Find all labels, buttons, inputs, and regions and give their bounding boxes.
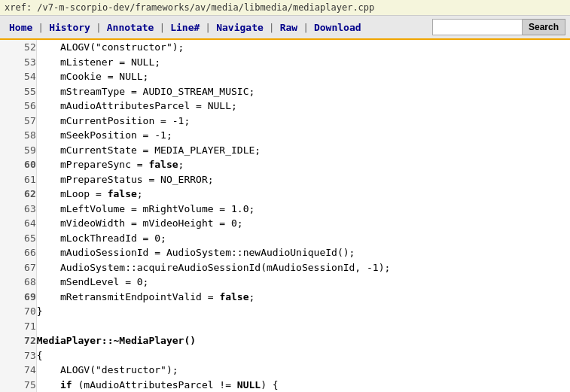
code-table: 52 ALOGV("constructor");53 mListener = N…: [0, 40, 570, 392]
line-code: ALOGV("constructor");: [36, 40, 570, 55]
line-code: AudioSystem::acquireAudioSessionId(mAudi…: [36, 260, 570, 275]
line-number: 65: [0, 231, 36, 246]
table-row: 58 mSeekPosition = -1;: [0, 128, 570, 143]
table-row: 65 mLockThreadId = 0;: [0, 231, 570, 246]
line-number: 54: [0, 69, 36, 84]
line-code: }: [36, 304, 570, 319]
table-row: 66 mAudioSessionId = AudioSystem::newAud…: [0, 245, 570, 260]
line-number: 71: [0, 319, 36, 334]
table-row: 62 mLoop = false;: [0, 187, 570, 202]
line-code: mPrepareStatus = NO_ERROR;: [36, 172, 570, 187]
line-code: ALOGV("destructor");: [36, 363, 570, 378]
line-number: 56: [0, 99, 36, 114]
line-number: 60: [0, 157, 36, 172]
table-row: 54 mCookie = NULL;: [0, 69, 570, 84]
table-row: 55 mStreamType = AUDIO_STREAM_MUSIC;: [0, 84, 570, 99]
line-number: 61: [0, 172, 36, 187]
line-code: mCurrentPosition = -1;: [36, 114, 570, 129]
line-code: mRetransmitEndpointValid = false;: [36, 290, 570, 305]
line-code: mPrepareSync = false;: [36, 157, 570, 172]
line-number: 52: [0, 40, 36, 55]
line-number: 72: [0, 333, 36, 348]
nav-download[interactable]: Download: [309, 20, 366, 35]
line-number: 74: [0, 363, 36, 378]
line-number: 55: [0, 84, 36, 99]
table-row: 72MediaPlayer::~MediaPlayer(): [0, 333, 570, 348]
line-code: MediaPlayer::~MediaPlayer(): [36, 333, 570, 348]
line-number: 58: [0, 128, 36, 143]
table-row: 73{: [0, 348, 570, 363]
table-row: 61 mPrepareStatus = NO_ERROR;: [0, 172, 570, 187]
table-row: 74 ALOGV("destructor");: [0, 363, 570, 378]
search-button[interactable]: Search: [523, 19, 565, 35]
line-number: 64: [0, 216, 36, 231]
line-code: mCookie = NULL;: [36, 69, 570, 84]
line-code: mSeekPosition = -1;: [36, 128, 570, 143]
search-input[interactable]: [432, 19, 523, 35]
line-number: 68: [0, 275, 36, 290]
line-number: 75: [0, 378, 36, 393]
nav-home[interactable]: Home: [5, 20, 37, 35]
line-code: {: [36, 348, 570, 363]
line-number: 70: [0, 304, 36, 319]
line-number: 57: [0, 114, 36, 129]
table-row: 70}: [0, 304, 570, 319]
table-row: 52 ALOGV("constructor");: [0, 40, 570, 55]
line-number: 53: [0, 55, 36, 70]
table-row: 68 mSendLevel = 0;: [0, 275, 570, 290]
nav-history[interactable]: History: [44, 20, 95, 35]
line-code: if (mAudioAttributesParcel != NULL) {: [36, 378, 570, 393]
line-code: mSendLevel = 0;: [36, 275, 570, 290]
line-code: [36, 319, 570, 334]
line-number: 67: [0, 260, 36, 275]
table-row: 69 mRetransmitEndpointValid = false;: [0, 290, 570, 305]
line-code: mListener = NULL;: [36, 55, 570, 70]
code-area: 52 ALOGV("constructor");53 mListener = N…: [0, 40, 570, 392]
nav-lineno[interactable]: Line#: [166, 20, 204, 35]
line-code: mLoop = false;: [36, 187, 570, 202]
table-row: 59 mCurrentState = MEDIA_PLAYER_IDLE;: [0, 143, 570, 158]
line-code: mLeftVolume = mRightVolume = 1.0;: [36, 202, 570, 217]
line-code: mVideoWidth = mVideoHeight = 0;: [36, 216, 570, 231]
line-number: 59: [0, 143, 36, 158]
table-row: 67 AudioSystem::acquireAudioSessionId(mA…: [0, 260, 570, 275]
line-number: 66: [0, 245, 36, 260]
line-code: mStreamType = AUDIO_STREAM_MUSIC;: [36, 84, 570, 99]
table-row: 53 mListener = NULL;: [0, 55, 570, 70]
table-row: 63 mLeftVolume = mRightVolume = 1.0;: [0, 202, 570, 217]
line-code: mLockThreadId = 0;: [36, 231, 570, 246]
line-number: 62: [0, 187, 36, 202]
table-row: 56 mAudioAttributesParcel = NULL;: [0, 99, 570, 114]
table-row: 57 mCurrentPosition = -1;: [0, 114, 570, 129]
breadcrumb: xref: /v7-m-scorpio-dev/frameworks/av/me…: [0, 0, 570, 16]
nav-annotate[interactable]: Annotate: [102, 20, 159, 35]
table-row: 71: [0, 319, 570, 334]
table-row: 75 if (mAudioAttributesParcel != NULL) {: [0, 378, 570, 393]
line-code: mAudioSessionId = AudioSystem::newAudioU…: [36, 245, 570, 260]
nav-raw[interactable]: Raw: [276, 20, 302, 35]
line-number: 73: [0, 348, 36, 363]
line-code: mAudioAttributesParcel = NULL;: [36, 99, 570, 114]
line-number: 63: [0, 202, 36, 217]
line-code: mCurrentState = MEDIA_PLAYER_IDLE;: [36, 143, 570, 158]
line-number: 69: [0, 290, 36, 305]
table-row: 60 mPrepareSync = false;: [0, 157, 570, 172]
table-row: 64 mVideoWidth = mVideoHeight = 0;: [0, 216, 570, 231]
nav-bar: Home | History | Annotate | Line# | Navi…: [0, 16, 570, 40]
nav-navigate[interactable]: Navigate: [212, 20, 268, 35]
